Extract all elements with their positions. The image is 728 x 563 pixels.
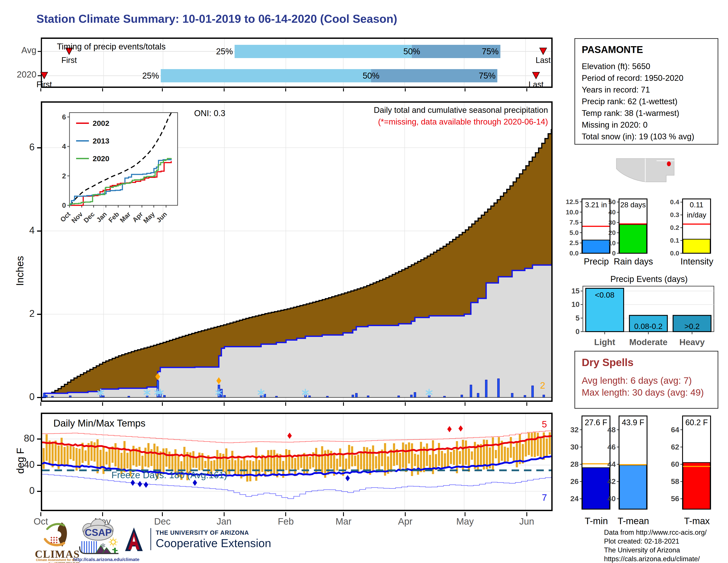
- ytick-label: 42: [607, 477, 616, 486]
- events-category-Light: Light: [583, 337, 627, 347]
- main-xtick: [526, 402, 527, 406]
- daily-temp-range-bar: [162, 448, 165, 472]
- daily-temp-range-bar: [69, 446, 72, 460]
- month-label-Jan: Jan: [211, 516, 237, 527]
- daily-precip-bar: [163, 396, 165, 398]
- daily-temp-range-bar: [321, 446, 323, 473]
- legend-label: 2013: [93, 137, 109, 145]
- csap-sun-ray: [115, 539, 116, 540]
- daily-temp-range-bar: [192, 451, 195, 468]
- daily-temp-range-bar: [414, 454, 416, 466]
- station-info-line: Period of record: 1950-2020: [582, 72, 694, 84]
- daily-temp-range-bar: [213, 460, 216, 471]
- ua-logo-icon: [122, 527, 146, 552]
- daily-temp-range-bar: [429, 455, 431, 469]
- climas-dot: [56, 542, 58, 543]
- daily-precip-bar: [511, 393, 513, 398]
- temp-summary-chart-T-mean: 404244464843.9 F: [602, 415, 649, 512]
- daily-temp-range-bar: [366, 447, 368, 470]
- daily-precip-bar: [470, 385, 472, 398]
- ua-logo-line2: Cooperative Extension: [156, 537, 271, 550]
- daily-temp-range-bar: [288, 450, 290, 475]
- temp-xtick: [465, 512, 465, 516]
- csap-logo-icon: CSAP: [76, 520, 122, 556]
- daily-temp-range-bar: [174, 449, 176, 473]
- daily-temp-range-bar: [438, 443, 440, 466]
- daily-temp-range-bar: [444, 453, 446, 468]
- daily-temp-range-bar: [105, 452, 108, 465]
- daily-temp-range-bar: [474, 442, 476, 469]
- record-high-icon: [458, 426, 463, 432]
- daily-temp-range-bar: [94, 443, 96, 462]
- timing-xtick: [40, 88, 41, 91]
- daily-temp-range-bar: [498, 437, 500, 464]
- events-category-Moderate: Moderate: [626, 337, 670, 347]
- temp-ytick: [37, 439, 41, 440]
- daily-temp-range-bar: [465, 441, 467, 465]
- daily-temp-range-bar: [285, 449, 287, 470]
- last-marker-label: Last: [529, 80, 544, 89]
- daily-temp-range-bar: [348, 445, 350, 469]
- climas-logo-icon: [41, 521, 71, 549]
- daily-precip-bar: [414, 392, 416, 398]
- main-xtick: [224, 402, 225, 406]
- csap-sun: [111, 540, 115, 544]
- daily-precip-bar: [367, 396, 369, 398]
- daily-temp-range-bar: [336, 459, 338, 471]
- daily-temp-range-bar: [525, 441, 527, 456]
- ytick-label: 10: [571, 300, 580, 309]
- ytick-label: 58: [671, 477, 679, 486]
- station-location-dot: [667, 161, 671, 166]
- month-label-Dec: Dec: [149, 516, 176, 527]
- inset-ytick-label: 2: [62, 172, 66, 180]
- events-category-Heavy: Heavy: [670, 337, 714, 347]
- dry-spells-avg: Avg length: 6 days (avg: 7): [582, 375, 692, 386]
- timing-xtick: [285, 88, 286, 91]
- summary-chart-name: Rain days: [608, 256, 659, 266]
- daily-temp-range-bar: [351, 446, 353, 466]
- value-label: 60.2 F: [685, 418, 708, 427]
- timing-bar-50-75: [371, 69, 497, 82]
- climas-dot: [53, 539, 55, 541]
- station-info-line: Missing in 2020: 0: [582, 119, 694, 131]
- daily-temp-range-bar: [67, 446, 69, 465]
- daily-temp-range-bar: [462, 440, 464, 470]
- daily-temp-range-bar: [450, 452, 452, 464]
- month-label-Jun: Jun: [514, 516, 540, 527]
- daily-temp-range-bar: [252, 461, 254, 470]
- main-xtick: [40, 402, 41, 406]
- daily-temp-range-bar: [411, 443, 413, 476]
- daily-temp-range-bar: [144, 448, 147, 467]
- record-low-icon: [345, 475, 350, 481]
- ytick-label: 62: [671, 443, 679, 451]
- ytick-label: 40: [607, 494, 616, 503]
- record-high-count: 5: [542, 419, 547, 430]
- station-info-lines: Elevation (ft): 5650Period of record: 19…: [582, 60, 694, 142]
- main-annotations: Daily total and cumulative seasonal prec…: [374, 104, 548, 128]
- main-ytick-label: 4: [21, 225, 35, 236]
- timing-xtick: [405, 88, 406, 91]
- daily-temp-range-bar: [360, 453, 362, 469]
- daily-temp-range-bar: [507, 448, 509, 462]
- record-max-line: [42, 431, 551, 443]
- daily-precip-bar: [497, 379, 499, 398]
- daily-temp-range-bar: [456, 441, 458, 473]
- daily-temp-range-bar: [357, 455, 359, 472]
- q50-label: 50%: [403, 47, 420, 56]
- daily-temp-range-bar: [477, 444, 479, 471]
- station-info-line: Elevation (ft): 5650: [582, 60, 694, 72]
- dry-spells-box: Dry Spells Avg length: 6 days (avg: 7) M…: [574, 351, 718, 409]
- daily-temp-range-bar: [375, 456, 377, 469]
- ytick-label: 5.0: [569, 229, 579, 236]
- station-info-line: Precip rank: 62 (1-wettest): [582, 96, 694, 107]
- summary-chart-Rain days: 0102030405028 days: [602, 197, 649, 263]
- station-info-box: PASAMONTE Elevation (ft): 5650Period of …: [574, 38, 718, 145]
- daily-temp-range-bar: [420, 442, 422, 472]
- timing-xtick: [526, 88, 527, 91]
- value-label: 28 days: [620, 201, 646, 209]
- timing-xtick: [102, 88, 103, 91]
- main-ytick-label: 0: [21, 391, 35, 402]
- daily-temp-range-bar: [393, 443, 395, 466]
- timing-row-tick: [38, 75, 41, 76]
- daily-temp-range-bar: [540, 439, 542, 459]
